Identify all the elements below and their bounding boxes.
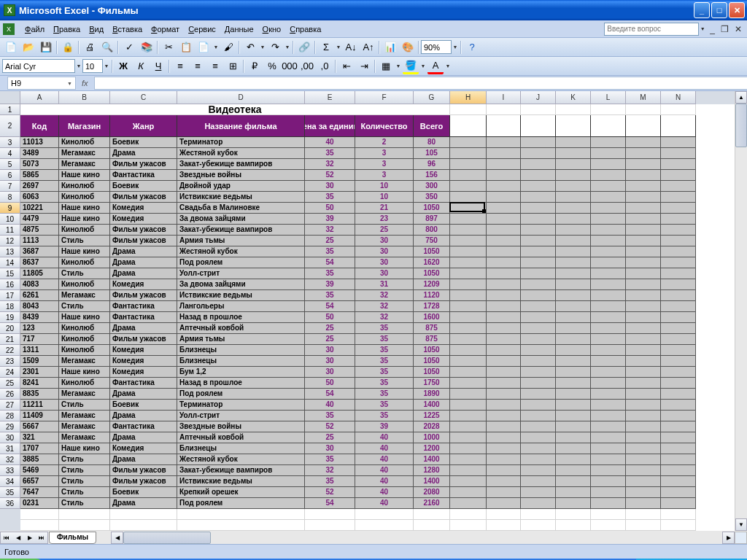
percent-button[interactable]: % (264, 58, 280, 74)
currency-button[interactable]: ₽ (247, 58, 263, 74)
decrease-decimal-button[interactable]: ,0 (317, 58, 333, 74)
vertical-scrollbar[interactable]: ▲ ▼ (735, 91, 747, 531)
merge-center-button[interactable]: ⊞ (225, 58, 241, 74)
bold-button[interactable]: Ж (115, 58, 131, 74)
autosum-button[interactable]: Σ (318, 39, 334, 55)
menu-Формат[interactable]: Формат (147, 23, 184, 36)
workbook-minimize-button[interactable]: _ (708, 24, 717, 34)
format-painter-button[interactable]: 🖌 (220, 39, 236, 55)
drawing-button[interactable]: 🎨 (400, 39, 416, 55)
tab-nav-buttons[interactable]: ⏮◀▶⏭ (0, 532, 48, 544)
window-close-button[interactable]: ✕ (729, 2, 745, 18)
menu-Сервис[interactable]: Сервис (184, 23, 220, 36)
redo-button[interactable]: ↷ (267, 39, 283, 55)
font-name-dropdown-icon[interactable]: ▼ (75, 63, 82, 69)
autosum-dropdown-icon[interactable]: ▼ (335, 44, 342, 50)
menu-Вид[interactable]: Вид (85, 23, 108, 36)
paste-button[interactable]: 📄 (196, 39, 212, 55)
workbook-icon[interactable]: X (3, 23, 15, 35)
window-minimize-button[interactable]: _ (694, 2, 710, 18)
standard-toolbar: 📄 📂 💾 🔒 🖨 🔍 ✓ 📚 ✂ 📋 📄▼ 🖌 ↶▼ ↷▼ 🔗 Σ▼ A↓ A… (0, 38, 747, 57)
status-bar: Готово (0, 544, 747, 559)
increase-decimal-button[interactable]: ,00 (299, 58, 315, 74)
fill-color-button[interactable]: 🪣 (403, 58, 419, 74)
column-headers[interactable]: ABCDEFGHIJKLMN (20, 91, 735, 104)
select-all-corner[interactable] (0, 91, 20, 104)
paste-dropdown-icon[interactable]: ▼ (212, 44, 220, 50)
menu-Справка[interactable]: Справка (285, 23, 325, 36)
name-box[interactable]: H9▼ (7, 77, 76, 90)
sort-asc-button[interactable]: A↓ (343, 39, 359, 55)
save-button[interactable]: 💾 (38, 39, 54, 55)
italic-button[interactable]: К (133, 58, 149, 74)
research-button[interactable]: 📚 (139, 39, 155, 55)
zoom-dropdown-icon[interactable]: ▼ (452, 44, 459, 50)
align-center-button[interactable]: ≡ (190, 58, 206, 74)
scroll-down-button[interactable]: ▼ (735, 518, 747, 531)
open-button[interactable]: 📂 (20, 39, 36, 55)
decrease-indent-button[interactable]: ⇤ (338, 58, 355, 74)
undo-button[interactable]: ↶ (242, 39, 258, 55)
comma-button[interactable]: 000 (282, 58, 298, 74)
borders-button[interactable]: ▦ (378, 58, 394, 74)
ask-a-question-box[interactable] (604, 23, 699, 36)
fx-icon[interactable]: fx (82, 79, 88, 88)
row-headers[interactable]: 1234567891011121314151617181920212223242… (0, 104, 20, 531)
print-button[interactable]: 🖨 (82, 39, 98, 55)
menu-Файл[interactable]: Файл (20, 23, 49, 36)
menu-Данные[interactable]: Данные (220, 23, 258, 36)
formatting-toolbar: Arial Cyr▼ 10▼ Ж К Ч ≡ ≡ ≡ ⊞ ₽ % 000 ,00… (0, 57, 747, 76)
workbook-restore-button[interactable]: ❐ (719, 24, 731, 34)
copy-button[interactable]: 📋 (178, 39, 194, 55)
menu-bar: X ФайлПравкаВидВставкаФорматСервисДанные… (0, 20, 747, 38)
help-button[interactable]: ? (464, 39, 480, 55)
excel-app-icon: X (4, 4, 15, 16)
sheet-tab[interactable]: Фильмы (49, 532, 96, 544)
menu-Вставка[interactable]: Вставка (108, 23, 147, 36)
scroll-left-button[interactable]: ◀ (111, 532, 123, 544)
font-color-button[interactable]: A (427, 58, 444, 74)
underline-button[interactable]: Ч (150, 58, 166, 74)
cells-area[interactable]: Видеотека КодМагазинЖанрНазвание фильмаЦ… (20, 104, 735, 531)
horizontal-scroll-thumb[interactable] (123, 532, 211, 544)
sort-desc-button[interactable]: A↑ (360, 39, 376, 55)
window-maximize-button[interactable]: □ (711, 2, 727, 18)
menu-Правка[interactable]: Правка (49, 23, 85, 36)
font-color-dropdown-icon[interactable]: ▼ (444, 63, 452, 69)
hyperlink-button[interactable]: 🔗 (296, 39, 312, 55)
scroll-corner (735, 532, 747, 544)
align-right-button[interactable]: ≡ (207, 58, 223, 74)
spreadsheet-grid: ABCDEFGHIJKLMN 1234567891011121314151617… (0, 91, 747, 544)
askbox-dropdown-icon[interactable]: ▼ (699, 26, 706, 31)
fill-color-dropdown-icon[interactable]: ▼ (419, 63, 427, 69)
vertical-scroll-thumb[interactable] (735, 104, 747, 147)
spelling-button[interactable]: ✓ (121, 39, 137, 55)
borders-dropdown-icon[interactable]: ▼ (395, 63, 402, 69)
scroll-up-button[interactable]: ▲ (735, 91, 747, 104)
cut-button[interactable]: ✂ (160, 39, 177, 55)
align-left-button[interactable]: ≡ (172, 58, 188, 74)
new-button[interactable]: 📄 (3, 39, 19, 55)
chart-wizard-button[interactable]: 📊 (382, 39, 398, 55)
formula-input[interactable] (94, 77, 747, 90)
formula-bar: H9▼ fx (0, 76, 747, 91)
print-preview-button[interactable]: 🔍 (99, 39, 115, 55)
increase-indent-button[interactable]: ⇥ (356, 58, 372, 74)
menu-Окно[interactable]: Окно (258, 23, 286, 36)
font-name-box[interactable]: Arial Cyr (2, 59, 75, 73)
window-titlebar: X Microsoft Excel - Фильмы _ □ ✕ (0, 0, 747, 20)
permission-button[interactable]: 🔒 (60, 39, 76, 55)
zoom-box[interactable]: 90% (421, 40, 452, 54)
sheet-tabs-bar: ⏮◀▶⏭ Фильмы ◀ ▶ (0, 531, 747, 544)
scroll-right-button[interactable]: ▶ (722, 532, 735, 544)
status-text: Готово (4, 548, 29, 556)
namebox-dropdown-icon[interactable]: ▼ (67, 81, 72, 86)
font-size-dropdown-icon[interactable]: ▼ (103, 63, 110, 69)
font-size-box[interactable]: 10 (82, 59, 103, 73)
redo-dropdown-icon[interactable]: ▼ (284, 44, 291, 50)
workbook-close-button[interactable]: ✕ (732, 24, 744, 34)
undo-dropdown-icon[interactable]: ▼ (259, 44, 266, 50)
window-title: Microsoft Excel - Фильмы (19, 5, 139, 16)
